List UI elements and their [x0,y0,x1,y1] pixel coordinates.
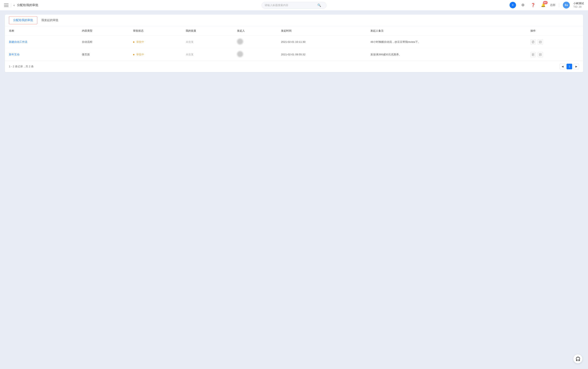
tab-assigned[interactable]: 分配给我的审批 [9,16,37,24]
row1-actions [526,36,583,48]
prev-page-btn[interactable]: ◀ [560,64,565,69]
row2-name: 新年互动 [5,48,78,61]
menu-icon[interactable] [4,4,9,7]
header-divider [11,3,11,7]
header-left: ‹ 分配给我的审批 [4,3,38,7]
tab-bar: 分配给我的审批 我发起的审批 [5,15,583,26]
row2-type: 微页面 [78,48,129,61]
table-header: 名称 内容类型 审批状态 我的批复 发起人 发起时间 发起人备注 操作 [5,26,583,36]
row2-note: 发放满399减50元优惠券。 [366,48,526,61]
row2-time: 2021-02-01 09:55:32 [277,48,366,61]
col-status: 审批状态 [129,26,182,36]
pagination: 1 - 2 条记录，共 2 条 ◀ 1 ▶ [5,61,583,72]
row2-actions [526,48,583,61]
back-icon[interactable]: ‹ [14,3,15,7]
row1-action-icons [530,39,579,45]
user-info: 小树测试 TID: 29 [573,2,584,9]
row2-approve-icon[interactable] [530,52,536,57]
col-type: 内容类型 [78,26,129,36]
row1-note: 48小时唤醒自动流，@豆豆帮我review下。 [366,36,526,48]
row2-reply: 未批复 [182,48,233,61]
tab-initiated[interactable]: 我发起的审批 [37,15,62,25]
add-button[interactable]: + [509,2,516,8]
table-body: 新建自动工作流 自动流程 审批中 未批复 2021-0 [5,36,583,61]
col-time: 发起时间 [277,26,366,36]
row1-status: 审批中 [129,36,182,48]
row2-initiator [233,48,277,61]
row2-status: 审批中 [129,48,182,61]
row1-reply: 未批复 [182,36,233,48]
app-header: ‹ 分配给我的审批 🔍 + ⚙ ❓ 🔔 99+ 总部 Ea 小树测试 TID: … [0,0,588,10]
row2-avatar [237,51,243,57]
approval-table: 名称 内容类型 审批状态 我的批复 发起人 发起时间 发起人备注 操作 新建 [5,26,583,61]
user-tid: TID: 29 [573,5,584,9]
row2-detail-icon[interactable] [538,52,543,57]
headset-icon: 🎧 [575,356,580,361]
notification-badge: 99+ [543,1,548,4]
search-input[interactable] [264,4,317,7]
user-name: 小树测试 [573,2,584,5]
dept-label: 总部 [550,3,555,7]
pagination-controls: ◀ 1 ▶ [560,64,579,69]
status-dot [133,41,134,43]
col-note: 发起人备注 [366,26,526,36]
col-reply: 我的批复 [182,26,233,36]
row1-approve-icon[interactable] [530,39,536,45]
table-row: 新年互动 微页面 审批中 未批复 2021-02-01 [5,48,583,61]
header-user-divider [559,3,559,7]
table-wrap: 名称 内容类型 审批状态 我的批复 发起人 发起时间 发起人备注 操作 新建 [5,26,583,61]
row2-name-link[interactable]: 新年互动 [9,53,20,56]
main-content: 分配给我的审批 我发起的审批 名称 内容类型 审批状态 我的批复 发起人 发起时… [0,10,588,76]
plus-icon: + [512,3,514,7]
settings-icon[interactable]: ⚙ [520,2,526,8]
help-icon[interactable]: ❓ [530,2,536,8]
header-right: + ⚙ ❓ 🔔 99+ 总部 Ea 小树测试 TID: 29 [509,2,584,9]
col-name: 名称 [5,26,78,36]
table-row: 新建自动工作流 自动流程 审批中 未批复 2021-0 [5,36,583,48]
help-fab[interactable]: 🎧 [573,354,582,363]
row1-status-text: 审批中 [136,40,144,43]
row1-name: 新建自动工作流 [5,36,78,48]
row1-initiator [233,36,277,48]
row1-type: 自动流程 [78,36,129,48]
row2-status-text: 审批中 [136,53,144,56]
tab-panel: 分配给我的审批 我发起的审批 名称 内容类型 审批状态 我的批复 发起人 发起时… [5,15,583,72]
row1-name-link[interactable]: 新建自动工作流 [9,40,27,43]
pagination-info: 1 - 2 条记录，共 2 条 [9,65,34,68]
col-action: 操作 [526,26,583,36]
row1-detail-icon[interactable] [538,39,543,45]
col-initiator: 发起人 [233,26,277,36]
row1-time: 2021-02-01 10:11:30 [277,36,366,48]
row2-action-icons [530,52,579,57]
notification-wrap: 🔔 99+ [540,2,547,8]
next-page-btn[interactable]: ▶ [573,64,579,69]
status-dot-2 [133,54,134,55]
search-icon[interactable]: 🔍 [317,3,321,7]
page-title: 分配给我的审批 [17,3,38,7]
row1-avatar [237,39,243,45]
current-page-btn[interactable]: 1 [567,64,572,69]
row1-reply-text: 未批复 [186,40,194,43]
search-bar[interactable]: 🔍 [262,2,326,9]
user-avatar[interactable]: Ea [563,2,570,9]
row2-reply-text: 未批复 [186,53,194,56]
